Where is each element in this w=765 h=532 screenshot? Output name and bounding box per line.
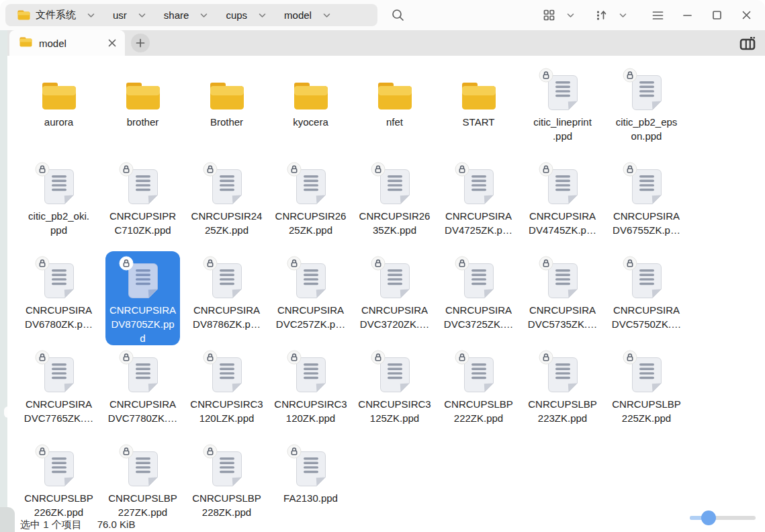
file-item[interactable]: CNRCUPSIRADVC7780ZK.…	[101, 345, 185, 439]
maximize-button[interactable]	[702, 4, 731, 27]
lock-emblem-icon	[287, 162, 302, 177]
file-item[interactable]: CNRCUPSIRC3125ZK.ppd	[353, 345, 437, 439]
breadcrumb-item-1[interactable]: 文件系统	[17, 9, 95, 21]
folder-item[interactable]: Brother	[185, 63, 269, 157]
sort-button[interactable]	[590, 4, 612, 27]
minimize-icon	[682, 10, 692, 20]
folder-item[interactable]: aurora	[17, 63, 101, 157]
lock-emblem-icon	[455, 350, 469, 365]
file-item[interactable]: CNRCUPSIRADVC7765ZK.…	[17, 345, 101, 439]
main-menu-button[interactable]	[643, 4, 672, 27]
breadcrumb-item-3[interactable]: share	[164, 9, 208, 21]
file-item[interactable]: CNRCUPSIPRC710ZK.ppd	[101, 157, 185, 251]
folder-icon	[210, 82, 244, 110]
lock-emblem-icon	[287, 256, 302, 271]
file-item[interactable]: CNRCUPSIRC3120LZK.ppd	[185, 345, 269, 439]
zoom-slider-handle[interactable]	[701, 511, 716, 525]
lock-emblem-icon	[35, 444, 50, 459]
item-label: CNRCUPSIPRC710ZK.ppd	[109, 209, 176, 237]
zoom-slider[interactable]	[690, 510, 756, 526]
file-item[interactable]: CNRCUPSIRADV4725ZK.p…	[437, 157, 521, 251]
lock-emblem-icon	[455, 162, 469, 177]
selection-count: 选中 1 个项目	[20, 519, 82, 531]
file-item[interactable]: CNRCUPSIRADV6755ZK.p…	[604, 157, 688, 251]
file-item[interactable]: CNRCUPSIRADVC5735ZK.…	[521, 251, 604, 345]
hamburger-menu-icon	[652, 11, 664, 20]
lock-emblem-icon	[371, 162, 386, 177]
folder-item[interactable]: brother	[101, 63, 185, 157]
item-label: CNRCUPSIRADVC7780ZK.…	[108, 397, 177, 425]
file-item[interactable]: CNRCUPSIR2635ZK.ppd	[353, 157, 437, 251]
folder-item[interactable]: kyocera	[269, 63, 353, 157]
folder-item[interactable]: nfet	[353, 63, 437, 157]
file-item[interactable]: citic_lineprint.ppd	[521, 63, 604, 157]
lock-emblem-icon	[203, 444, 218, 459]
chevron-down-icon	[200, 13, 208, 18]
file-item[interactable]: CNRCUPSIRADVC5750ZK.…	[604, 251, 688, 345]
file-item[interactable]: CNRCUPSIR2425ZK.ppd	[185, 157, 269, 251]
file-item[interactable]: CNRCUPSIRADV6780ZK.p…	[17, 251, 101, 345]
view-options-dropdown[interactable]	[559, 4, 581, 27]
item-label: citic_pb2_epson.ppd	[616, 115, 678, 143]
file-item[interactable]: CNRCUPSLBP222ZK.ppd	[437, 345, 521, 439]
file-item[interactable]: CNRCUPSIRADVC3725ZK.…	[437, 251, 521, 345]
file-item[interactable]: CNRCUPSIRADV8705ZK.ppd	[101, 251, 185, 345]
item-label: CNRCUPSIRADVC257ZK.p…	[276, 303, 345, 331]
item-label: CNRCUPSLBP223ZK.ppd	[528, 397, 597, 425]
breadcrumb[interactable]: 文件系统usrsharecupsmodel	[5, 4, 377, 26]
item-label: citic_lineprint.ppd	[533, 115, 592, 143]
file-view[interactable]: aurora brother	[7, 56, 765, 532]
plus-icon	[136, 38, 145, 48]
item-label: Brother	[210, 115, 243, 129]
lock-emblem-icon	[287, 350, 302, 365]
collapsed-sidebar-strip[interactable]	[0, 30, 7, 532]
close-icon	[741, 10, 752, 20]
file-item[interactable]: CNRCUPSIRADVC3720ZK.…	[353, 251, 437, 345]
file-item[interactable]: CNRCUPSLBP225ZK.ppd	[604, 345, 688, 439]
tab-model[interactable]: model	[9, 30, 125, 56]
breadcrumb-label: usr	[113, 9, 127, 21]
panel-toggle-button[interactable]	[735, 32, 760, 54]
lock-emblem-icon	[455, 256, 469, 271]
breadcrumb-item-2[interactable]: usr	[113, 9, 146, 21]
lock-emblem-icon	[623, 350, 637, 365]
item-label: CNRCUPSIRADVC7765ZK.…	[24, 397, 93, 425]
lock-emblem-icon	[623, 68, 637, 83]
sort-arrow-icon	[596, 9, 607, 21]
minimize-button[interactable]	[672, 4, 702, 27]
breadcrumb-item-4[interactable]: cups	[226, 9, 266, 21]
file-item[interactable]: CNRCUPSIRADV8786ZK.p…	[185, 251, 269, 345]
file-item[interactable]: CNRCUPSIR2625ZK.ppd	[269, 157, 353, 251]
chevron-down-icon	[259, 13, 266, 18]
search-button[interactable]	[388, 5, 408, 26]
breadcrumb-item-5[interactable]: model	[284, 9, 330, 21]
lock-emblem-icon	[371, 256, 386, 271]
close-window-button[interactable]	[731, 4, 761, 27]
breadcrumb-label: share	[164, 9, 189, 21]
window-panes-icon	[739, 36, 756, 50]
lock-emblem-icon	[35, 162, 50, 177]
lock-emblem-icon	[35, 350, 50, 365]
new-tab-button[interactable]	[131, 34, 150, 52]
lock-emblem-icon	[539, 350, 553, 365]
item-label: CNRCUPSLBP222ZK.ppd	[444, 397, 513, 425]
sort-options-dropdown[interactable]	[612, 4, 633, 27]
view-toggle-button[interactable]	[538, 4, 559, 27]
close-tab-button[interactable]	[107, 38, 117, 48]
status-bar: 选中 1 个项目 76.0 KiB	[20, 519, 135, 531]
file-item[interactable]: CNRCUPSLBP223ZK.ppd	[521, 345, 604, 439]
file-item[interactable]: FA2130.ppd	[269, 439, 353, 532]
lock-emblem-icon	[287, 444, 302, 459]
folder-item[interactable]: START	[437, 63, 521, 157]
file-item[interactable]: CNRCUPSLBP228ZK.ppd	[185, 439, 269, 532]
file-item[interactable]: CNRCUPSIRC3120ZK.ppd	[269, 345, 353, 439]
item-label: START	[463, 115, 495, 129]
file-item[interactable]: CNRCUPSIRADV4745ZK.p…	[521, 157, 604, 251]
tab-folder-icon-slot	[19, 37, 32, 50]
item-label: CNRCUPSIRADVC5735ZK.…	[528, 303, 597, 331]
item-label: nfet	[386, 115, 403, 129]
file-item[interactable]: CNRCUPSIRADVC257ZK.p…	[269, 251, 353, 345]
item-label: CNRCUPSIRADV6755ZK.p…	[613, 209, 680, 237]
file-item[interactable]: citic_pb2_oki.ppd	[17, 157, 101, 251]
file-item[interactable]: citic_pb2_epson.ppd	[604, 63, 688, 157]
